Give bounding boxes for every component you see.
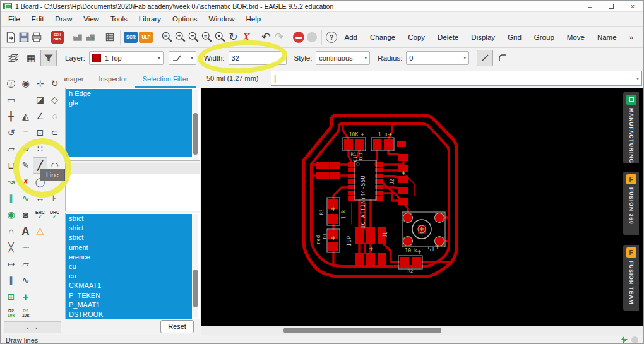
- polygon-tool[interactable]: ⌂: [4, 223, 18, 239]
- menu-item[interactable]: Window: [203, 13, 241, 25]
- signal-tool[interactable]: ∙─∙: [18, 239, 33, 256]
- tab-manufacturing[interactable]: MANUFACTURING: [623, 92, 639, 163]
- command-button[interactable]: Name: [591, 30, 623, 44]
- meander-route-tool[interactable]: ∿: [18, 190, 33, 206]
- cam-processor-button[interactable]: [71, 29, 83, 45]
- zoom-redraw-button[interactable]: [214, 29, 226, 45]
- stop-button[interactable]: [293, 29, 305, 45]
- optimize-tool[interactable]: ◌: [47, 108, 62, 124]
- menu-item[interactable]: Draw: [49, 13, 78, 25]
- tab-fusion-360[interactable]: F FUSION 360: [623, 172, 639, 235]
- list-item[interactable]: strict: [66, 233, 192, 242]
- command-button[interactable]: Change: [364, 30, 402, 44]
- print-button[interactable]: [31, 29, 43, 45]
- palette-expand-button[interactable]: ⌄ ⌄: [4, 321, 61, 333]
- route-tool[interactable]: ↝: [4, 174, 18, 190]
- select-tool[interactable]: ▭: [4, 92, 18, 108]
- mirror-tool[interactable]: ◭: [18, 108, 33, 124]
- bottom-list-scrollbar[interactable]: [193, 214, 198, 318]
- rotate-tool[interactable]: ↺: [4, 124, 18, 141]
- board-canvas[interactable]: 10K 1 µ R1 C1 IC1 UC ATTINY44-SSU J2 R3 …: [201, 88, 644, 326]
- zoom-select-button[interactable]: [201, 29, 213, 45]
- wire-tool[interactable]: ∠: [33, 108, 47, 124]
- minimize-button[interactable]: –: [579, 1, 600, 11]
- tab-selection-filter[interactable]: Selection Filter: [135, 71, 196, 88]
- delete-tool[interactable]: ◪: [33, 92, 47, 108]
- list-item[interactable]: cu: [66, 262, 192, 271]
- erc-tool[interactable]: ERC✓: [33, 206, 47, 223]
- list-item[interactable]: cu: [66, 271, 192, 281]
- restore-button[interactable]: [600, 1, 622, 11]
- command-button[interactable]: Grid: [501, 30, 528, 44]
- drc-tool[interactable]: DRC✓: [47, 206, 62, 223]
- label-tool[interactable]: ◇: [47, 92, 62, 108]
- measure-tool[interactable]: ⊦: [47, 190, 62, 206]
- autoroute-tool[interactable]: ↦: [4, 256, 18, 272]
- rotate-group-tool[interactable]: ↻: [47, 75, 62, 92]
- menu-item[interactable]: Help: [240, 13, 266, 25]
- pad-tool[interactable]: ◙: [18, 206, 33, 223]
- schematic-board-switch-button[interactable]: SCHBRD: [51, 29, 64, 45]
- list-item[interactable]: P_MAAT1: [66, 300, 192, 310]
- go-button[interactable]: [306, 29, 318, 45]
- command-button[interactable]: Move: [561, 30, 591, 44]
- add-3d-tool[interactable]: ⊞: [4, 288, 18, 305]
- polygon-pour-tool[interactable]: ▱: [18, 256, 33, 272]
- lock-tool[interactable]: ⊡: [33, 124, 47, 141]
- tab-inspector[interactable]: Inspector: [91, 71, 134, 88]
- list-item[interactable]: strict: [66, 223, 192, 233]
- open-file-button[interactable]: [5, 29, 17, 45]
- name-tool[interactable]: R210k: [4, 305, 18, 321]
- list-item[interactable]: erence: [66, 252, 192, 262]
- info-tool[interactable]: i: [4, 75, 18, 92]
- show-tool[interactable]: ◉: [18, 75, 33, 92]
- errors-tool[interactable]: ⚠: [33, 223, 47, 239]
- command-button[interactable]: Display: [465, 30, 501, 44]
- redo-button[interactable]: ↷: [273, 29, 285, 45]
- cam-output-button[interactable]: [85, 29, 97, 45]
- trash-tool[interactable]: ⊔: [4, 157, 18, 174]
- list-item[interactable]: DSTROOK: [66, 310, 192, 319]
- undo-button[interactable]: ↶: [260, 29, 272, 45]
- move-tool[interactable]: ╋: [4, 108, 18, 124]
- menu-item[interactable]: File: [3, 13, 26, 25]
- library-button[interactable]: [104, 29, 116, 45]
- dimension-tool[interactable]: ↔: [33, 190, 47, 206]
- help-button[interactable]: ?: [326, 29, 338, 45]
- miter-straight-button[interactable]: [477, 50, 493, 66]
- command-button[interactable]: »: [623, 30, 640, 44]
- route-diff-tool[interactable]: ∥: [4, 190, 18, 206]
- run-script-button[interactable]: SCR: [124, 29, 138, 45]
- diff-pair-tool[interactable]: ∥: [4, 272, 18, 288]
- meander-tool[interactable]: ∿: [18, 272, 33, 288]
- hscroll-thumb[interactable]: [283, 328, 441, 333]
- pinswap-tool[interactable]: ∷: [33, 141, 47, 157]
- ripup-tool[interactable]: ✗: [18, 174, 33, 190]
- align-tool[interactable]: ≡: [18, 124, 33, 141]
- reset-button[interactable]: Reset: [160, 320, 194, 333]
- width-select[interactable]: 32 ▾: [229, 51, 287, 65]
- list-item[interactable]: P_TEKEN: [66, 291, 192, 300]
- ratsnest-tool[interactable]: ╳: [4, 239, 18, 256]
- style-select[interactable]: continuous ▾: [316, 51, 370, 65]
- via-tool[interactable]: ◉: [4, 206, 18, 223]
- miter-round-button[interactable]: [494, 50, 511, 66]
- zoom-out-button[interactable]: [188, 29, 200, 45]
- bend-style-select[interactable]: ▾: [169, 51, 196, 65]
- mark-tool[interactable]: ⊹: [33, 75, 47, 92]
- copy-tool[interactable]: ▱: [4, 141, 18, 157]
- glue-tool[interactable]: ✎: [18, 157, 33, 174]
- list-item[interactable]: gle: [66, 98, 192, 108]
- stop-command-button[interactable]: X: [241, 29, 253, 45]
- text-tool[interactable]: A: [18, 223, 33, 239]
- menu-item[interactable]: Options: [167, 13, 203, 25]
- command-line-input[interactable]: | ▾: [271, 71, 642, 86]
- list-item[interactable]: strict: [66, 214, 192, 223]
- command-button[interactable]: Add: [338, 30, 363, 44]
- tab-fusion-team[interactable]: F FUSION TEAM: [623, 245, 639, 311]
- top-list-scrollbar[interactable]: [193, 89, 198, 160]
- split-tool[interactable]: ⊂: [47, 124, 62, 141]
- canvas-hscrollbar[interactable]: [201, 326, 644, 335]
- grid-settings-button[interactable]: ▦: [23, 50, 39, 66]
- layer-select[interactable]: 1 Top ▾: [89, 51, 164, 65]
